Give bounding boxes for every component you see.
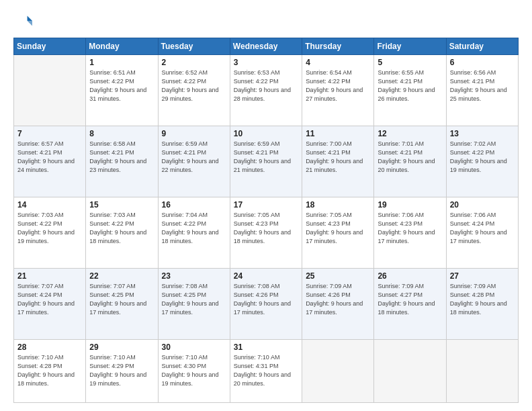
day-info: Sunrise: 7:03 AMSunset: 4:22 PMDaylight:… — [17, 211, 82, 246]
calendar-week-row: 21Sunrise: 7:07 AMSunset: 4:24 PMDayligh… — [14, 269, 519, 340]
day-number: 29 — [89, 342, 154, 352]
day-number: 5 — [378, 58, 442, 67]
calendar-cell: 3Sunrise: 6:53 AMSunset: 4:22 PMDaylight… — [230, 55, 302, 126]
calendar-cell: 2Sunrise: 6:52 AMSunset: 4:22 PMDaylight… — [158, 55, 230, 126]
calendar-cell: 15Sunrise: 7:03 AMSunset: 4:22 PMDayligh… — [86, 197, 158, 269]
day-info: Sunrise: 7:09 AMSunset: 4:27 PMDaylight:… — [378, 282, 442, 317]
calendar-cell: 16Sunrise: 7:04 AMSunset: 4:22 PMDayligh… — [158, 197, 230, 269]
day-info: Sunrise: 7:10 AMSunset: 4:29 PMDaylight:… — [89, 353, 154, 388]
day-number: 2 — [162, 58, 226, 67]
day-number: 31 — [234, 342, 298, 352]
day-number: 15 — [89, 200, 154, 210]
calendar-cell: 23Sunrise: 7:08 AMSunset: 4:25 PMDayligh… — [158, 269, 230, 340]
calendar-cell: 22Sunrise: 7:07 AMSunset: 4:25 PMDayligh… — [86, 269, 158, 340]
day-number: 17 — [234, 200, 298, 210]
day-info: Sunrise: 6:55 AMSunset: 4:21 PMDaylight:… — [378, 68, 442, 103]
weekday-header-sunday: Sunday — [14, 38, 86, 55]
calendar-cell: 31Sunrise: 7:10 AMSunset: 4:31 PMDayligh… — [230, 340, 302, 403]
calendar-cell — [302, 340, 374, 403]
calendar-cell: 13Sunrise: 7:02 AMSunset: 4:22 PMDayligh… — [446, 126, 518, 197]
day-number: 25 — [306, 271, 370, 281]
day-info: Sunrise: 7:08 AMSunset: 4:26 PMDaylight:… — [234, 282, 298, 317]
calendar-week-row: 1Sunrise: 6:51 AMSunset: 4:22 PMDaylight… — [14, 55, 519, 126]
day-number: 3 — [234, 58, 298, 67]
day-number: 20 — [450, 200, 515, 210]
day-number: 6 — [450, 58, 515, 67]
weekday-header-monday: Monday — [86, 38, 158, 55]
calendar-cell: 20Sunrise: 7:06 AMSunset: 4:24 PMDayligh… — [446, 197, 518, 269]
calendar-cell: 6Sunrise: 6:56 AMSunset: 4:21 PMDaylight… — [446, 55, 518, 126]
day-number: 12 — [378, 129, 442, 138]
day-info: Sunrise: 7:03 AMSunset: 4:22 PMDaylight:… — [89, 211, 154, 246]
day-number: 22 — [89, 271, 154, 281]
calendar-cell: 4Sunrise: 6:54 AMSunset: 4:22 PMDaylight… — [302, 55, 374, 126]
calendar-cell: 30Sunrise: 7:10 AMSunset: 4:30 PMDayligh… — [158, 340, 230, 403]
day-info: Sunrise: 7:01 AMSunset: 4:21 PMDaylight:… — [378, 140, 442, 175]
day-info: Sunrise: 6:59 AMSunset: 4:21 PMDaylight:… — [234, 140, 298, 175]
calendar-cell: 7Sunrise: 6:57 AMSunset: 4:21 PMDaylight… — [14, 126, 86, 197]
weekday-header-saturday: Saturday — [446, 38, 518, 55]
calendar-cell: 27Sunrise: 7:09 AMSunset: 4:28 PMDayligh… — [446, 269, 518, 340]
day-info: Sunrise: 6:54 AMSunset: 4:22 PMDaylight:… — [306, 68, 370, 103]
calendar-cell: 28Sunrise: 7:10 AMSunset: 4:28 PMDayligh… — [14, 340, 86, 403]
day-info: Sunrise: 7:10 AMSunset: 4:28 PMDaylight:… — [17, 353, 82, 388]
day-info: Sunrise: 6:56 AMSunset: 4:21 PMDaylight:… — [450, 68, 515, 103]
day-info: Sunrise: 7:04 AMSunset: 4:22 PMDaylight:… — [162, 211, 226, 246]
day-info: Sunrise: 7:05 AMSunset: 4:23 PMDaylight:… — [306, 211, 370, 246]
calendar-cell: 10Sunrise: 6:59 AMSunset: 4:21 PMDayligh… — [230, 126, 302, 197]
calendar-cell: 9Sunrise: 6:59 AMSunset: 4:21 PMDaylight… — [158, 126, 230, 197]
day-number: 28 — [17, 342, 82, 352]
calendar-week-row: 7Sunrise: 6:57 AMSunset: 4:21 PMDaylight… — [14, 126, 519, 197]
weekday-header-thursday: Thursday — [302, 38, 374, 55]
day-info: Sunrise: 7:10 AMSunset: 4:30 PMDaylight:… — [162, 353, 226, 388]
day-info: Sunrise: 7:06 AMSunset: 4:23 PMDaylight:… — [378, 211, 442, 246]
day-number: 21 — [17, 271, 82, 281]
day-number: 16 — [162, 200, 226, 210]
day-info: Sunrise: 6:57 AMSunset: 4:21 PMDaylight:… — [17, 140, 82, 175]
day-info: Sunrise: 7:00 AMSunset: 4:21 PMDaylight:… — [306, 140, 370, 175]
calendar-cell: 29Sunrise: 7:10 AMSunset: 4:29 PMDayligh… — [86, 340, 158, 403]
day-number: 4 — [306, 58, 370, 67]
calendar-cell: 18Sunrise: 7:05 AMSunset: 4:23 PMDayligh… — [302, 197, 374, 269]
day-info: Sunrise: 7:07 AMSunset: 4:25 PMDaylight:… — [89, 282, 154, 317]
day-info: Sunrise: 6:58 AMSunset: 4:21 PMDaylight:… — [89, 140, 154, 175]
day-info: Sunrise: 6:51 AMSunset: 4:22 PMDaylight:… — [89, 68, 154, 103]
day-number: 24 — [234, 271, 298, 281]
header — [13, 12, 519, 31]
calendar-cell — [374, 340, 446, 403]
day-number: 30 — [162, 342, 226, 352]
weekday-header-friday: Friday — [374, 38, 446, 55]
day-info: Sunrise: 7:09 AMSunset: 4:26 PMDaylight:… — [306, 282, 370, 317]
day-number: 9 — [162, 129, 226, 138]
logo-icon — [13, 12, 32, 31]
calendar-cell: 8Sunrise: 6:58 AMSunset: 4:21 PMDaylight… — [86, 126, 158, 197]
day-number: 27 — [450, 271, 515, 281]
day-info: Sunrise: 7:07 AMSunset: 4:24 PMDaylight:… — [17, 282, 82, 317]
calendar-cell — [14, 55, 86, 126]
day-number: 8 — [89, 129, 154, 138]
calendar-week-row: 28Sunrise: 7:10 AMSunset: 4:28 PMDayligh… — [14, 340, 519, 403]
weekday-header-tuesday: Tuesday — [158, 38, 230, 55]
calendar-cell: 19Sunrise: 7:06 AMSunset: 4:23 PMDayligh… — [374, 197, 446, 269]
day-info: Sunrise: 7:08 AMSunset: 4:25 PMDaylight:… — [162, 282, 226, 317]
weekday-header-row: SundayMondayTuesdayWednesdayThursdayFrid… — [14, 38, 519, 55]
day-info: Sunrise: 6:59 AMSunset: 4:21 PMDaylight:… — [162, 140, 226, 175]
calendar-cell: 24Sunrise: 7:08 AMSunset: 4:26 PMDayligh… — [230, 269, 302, 340]
calendar-cell: 17Sunrise: 7:05 AMSunset: 4:23 PMDayligh… — [230, 197, 302, 269]
calendar-cell: 12Sunrise: 7:01 AMSunset: 4:21 PMDayligh… — [374, 126, 446, 197]
day-number: 19 — [378, 200, 442, 210]
day-number: 7 — [17, 129, 82, 138]
logo — [13, 12, 35, 31]
calendar-cell: 25Sunrise: 7:09 AMSunset: 4:26 PMDayligh… — [302, 269, 374, 340]
day-number: 26 — [378, 271, 442, 281]
svg-marker-0 — [28, 16, 32, 21]
calendar-week-row: 14Sunrise: 7:03 AMSunset: 4:22 PMDayligh… — [14, 197, 519, 269]
weekday-header-wednesday: Wednesday — [230, 38, 302, 55]
calendar-table: SundayMondayTuesdayWednesdayThursdayFrid… — [13, 38, 519, 403]
calendar-cell — [446, 340, 518, 403]
calendar-cell: 11Sunrise: 7:00 AMSunset: 4:21 PMDayligh… — [302, 126, 374, 197]
calendar-cell: 26Sunrise: 7:09 AMSunset: 4:27 PMDayligh… — [374, 269, 446, 340]
svg-marker-1 — [28, 21, 32, 26]
day-info: Sunrise: 7:02 AMSunset: 4:22 PMDaylight:… — [450, 140, 515, 175]
day-number: 11 — [306, 129, 370, 138]
